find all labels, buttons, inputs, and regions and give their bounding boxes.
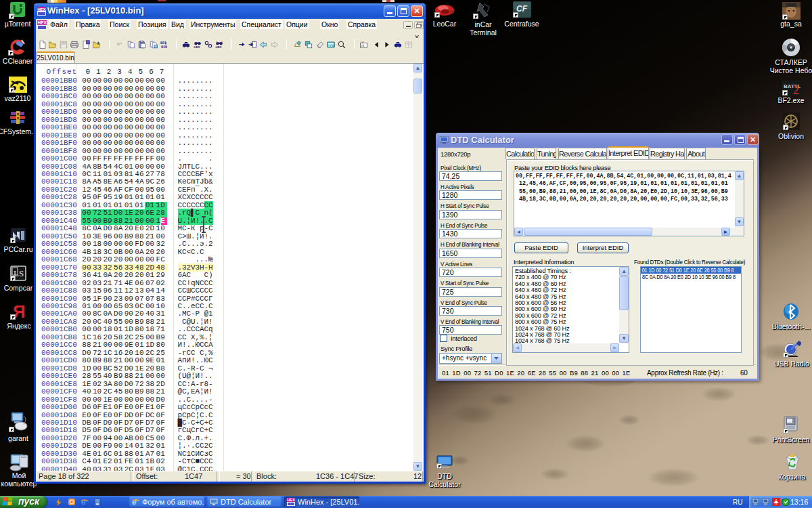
svg-text:010: 010 (161, 45, 167, 49)
svg-text:HEX: HEX (288, 498, 296, 502)
svg-text:e: e (81, 498, 86, 506)
svg-text:HEX: HEX (38, 7, 46, 12)
svg-text:101: 101 (160, 41, 166, 45)
svg-text:HEX: HEX (216, 45, 222, 49)
svg-text:HEX: HEX (194, 45, 200, 49)
svg-text:2: 2 (793, 83, 799, 96)
svg-text:√x: √x (361, 43, 365, 47)
svg-text:HEX: HEX (38, 20, 47, 25)
svg-text:e: e (132, 498, 137, 506)
